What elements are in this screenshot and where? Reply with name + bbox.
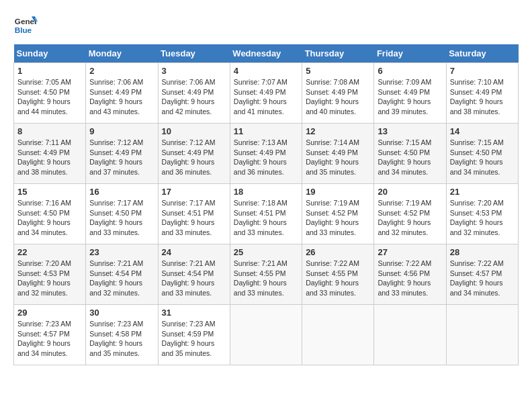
calendar-cell: 15Sunrise: 7:16 AMSunset: 4:50 PMDayligh…	[14, 184, 86, 244]
calendar-cell	[302, 305, 374, 365]
day-info: Sunrise: 7:08 AMSunset: 4:49 PMDaylight:…	[306, 77, 370, 117]
day-info: Sunrise: 7:12 AMSunset: 4:49 PMDaylight:…	[162, 138, 226, 177]
day-number: 4	[234, 66, 298, 76]
calendar-cell: 2Sunrise: 7:06 AMSunset: 4:49 PMDaylight…	[86, 63, 158, 124]
calendar-cell: 13Sunrise: 7:15 AMSunset: 4:50 PMDayligh…	[374, 124, 446, 184]
day-info: Sunrise: 7:09 AMSunset: 4:49 PMDaylight:…	[378, 77, 442, 117]
day-number: 6	[378, 66, 442, 76]
day-number: 17	[162, 187, 226, 197]
calendar-cell: 10Sunrise: 7:12 AMSunset: 4:49 PMDayligh…	[158, 124, 230, 184]
day-header-thursday: Thursday	[302, 44, 374, 63]
week-row-4: 22Sunrise: 7:20 AMSunset: 4:53 PMDayligh…	[14, 244, 519, 305]
day-number: 21	[450, 187, 515, 197]
day-info: Sunrise: 7:23 AMSunset: 4:59 PMDaylight:…	[162, 319, 226, 359]
day-number: 9	[89, 126, 154, 136]
day-number: 15	[17, 187, 82, 197]
day-number: 7	[450, 66, 515, 76]
day-info: Sunrise: 7:13 AMSunset: 4:49 PMDaylight:…	[234, 138, 298, 177]
day-info: Sunrise: 7:19 AMSunset: 4:52 PMDaylight:…	[378, 198, 442, 238]
day-number: 13	[378, 126, 442, 136]
day-number: 23	[89, 247, 154, 257]
day-info: Sunrise: 7:14 AMSunset: 4:49 PMDaylight:…	[306, 138, 370, 177]
day-info: Sunrise: 7:22 AMSunset: 4:56 PMDaylight:…	[378, 259, 442, 298]
calendar-cell	[374, 305, 446, 365]
day-info: Sunrise: 7:22 AMSunset: 4:57 PMDaylight:…	[450, 259, 515, 298]
day-number: 28	[450, 247, 515, 257]
week-row-3: 15Sunrise: 7:16 AMSunset: 4:50 PMDayligh…	[14, 184, 519, 244]
week-row-5: 29Sunrise: 7:23 AMSunset: 4:57 PMDayligh…	[14, 305, 519, 365]
day-info: Sunrise: 7:21 AMSunset: 4:54 PMDaylight:…	[162, 259, 226, 298]
logo: General Blue	[13, 13, 38, 38]
day-number: 31	[162, 308, 226, 318]
calendar-cell: 30Sunrise: 7:23 AMSunset: 4:58 PMDayligh…	[86, 305, 158, 365]
day-info: Sunrise: 7:20 AMSunset: 4:53 PMDaylight:…	[450, 198, 515, 238]
day-info: Sunrise: 7:19 AMSunset: 4:52 PMDaylight:…	[306, 198, 370, 238]
day-number: 16	[89, 187, 154, 197]
day-info: Sunrise: 7:06 AMSunset: 4:49 PMDaylight:…	[89, 77, 154, 117]
day-info: Sunrise: 7:20 AMSunset: 4:53 PMDaylight:…	[17, 259, 82, 298]
calendar-cell: 26Sunrise: 7:22 AMSunset: 4:55 PMDayligh…	[302, 244, 374, 305]
day-info: Sunrise: 7:11 AMSunset: 4:49 PMDaylight:…	[17, 138, 82, 177]
day-number: 14	[450, 126, 515, 136]
calendar-cell: 22Sunrise: 7:20 AMSunset: 4:53 PMDayligh…	[14, 244, 86, 305]
calendar-cell: 25Sunrise: 7:21 AMSunset: 4:55 PMDayligh…	[230, 244, 302, 305]
day-number: 12	[306, 126, 370, 136]
calendar-cell: 19Sunrise: 7:19 AMSunset: 4:52 PMDayligh…	[302, 184, 374, 244]
day-number: 2	[89, 66, 154, 76]
day-info: Sunrise: 7:10 AMSunset: 4:49 PMDaylight:…	[450, 77, 515, 117]
calendar-cell: 14Sunrise: 7:15 AMSunset: 4:50 PMDayligh…	[446, 124, 518, 184]
day-number: 25	[234, 247, 298, 257]
day-number: 26	[306, 247, 370, 257]
calendar-cell	[230, 305, 302, 365]
day-number: 29	[17, 308, 82, 318]
day-number: 11	[234, 126, 298, 136]
day-info: Sunrise: 7:16 AMSunset: 4:50 PMDaylight:…	[17, 198, 82, 238]
calendar-cell: 20Sunrise: 7:19 AMSunset: 4:52 PMDayligh…	[374, 184, 446, 244]
calendar-cell: 4Sunrise: 7:07 AMSunset: 4:49 PMDaylight…	[230, 63, 302, 124]
calendar-cell: 21Sunrise: 7:20 AMSunset: 4:53 PMDayligh…	[446, 184, 518, 244]
calendar-cell: 28Sunrise: 7:22 AMSunset: 4:57 PMDayligh…	[446, 244, 518, 305]
day-info: Sunrise: 7:05 AMSunset: 4:50 PMDaylight:…	[17, 77, 82, 117]
day-info: Sunrise: 7:18 AMSunset: 4:51 PMDaylight:…	[234, 198, 298, 238]
day-number: 8	[17, 126, 82, 136]
calendar-cell: 1Sunrise: 7:05 AMSunset: 4:50 PMDaylight…	[14, 63, 86, 124]
day-number: 24	[162, 247, 226, 257]
day-info: Sunrise: 7:15 AMSunset: 4:50 PMDaylight:…	[378, 138, 442, 177]
day-info: Sunrise: 7:06 AMSunset: 4:49 PMDaylight:…	[162, 77, 226, 117]
calendar-cell: 6Sunrise: 7:09 AMSunset: 4:49 PMDaylight…	[374, 63, 446, 124]
day-info: Sunrise: 7:23 AMSunset: 4:57 PMDaylight:…	[17, 319, 82, 359]
calendar-cell: 31Sunrise: 7:23 AMSunset: 4:59 PMDayligh…	[158, 305, 230, 365]
svg-text:Blue: Blue	[15, 26, 32, 34]
day-number: 18	[234, 187, 298, 197]
calendar-cell: 11Sunrise: 7:13 AMSunset: 4:49 PMDayligh…	[230, 124, 302, 184]
calendar-cell	[446, 305, 518, 365]
day-number: 27	[378, 247, 442, 257]
calendar-cell: 16Sunrise: 7:17 AMSunset: 4:50 PMDayligh…	[86, 184, 158, 244]
day-info: Sunrise: 7:15 AMSunset: 4:50 PMDaylight:…	[450, 138, 515, 177]
calendar-cell: 27Sunrise: 7:22 AMSunset: 4:56 PMDayligh…	[374, 244, 446, 305]
day-header-wednesday: Wednesday	[230, 44, 302, 63]
logo-icon: General Blue	[13, 13, 38, 38]
day-info: Sunrise: 7:21 AMSunset: 4:54 PMDaylight:…	[89, 259, 154, 298]
page-header: General Blue	[13, 13, 519, 38]
day-info: Sunrise: 7:23 AMSunset: 4:58 PMDaylight:…	[89, 319, 154, 359]
day-info: Sunrise: 7:17 AMSunset: 4:50 PMDaylight:…	[89, 198, 154, 238]
day-info: Sunrise: 7:07 AMSunset: 4:49 PMDaylight:…	[234, 77, 298, 117]
day-header-saturday: Saturday	[446, 44, 518, 63]
week-row-1: 1Sunrise: 7:05 AMSunset: 4:50 PMDaylight…	[14, 63, 519, 124]
day-number: 10	[162, 126, 226, 136]
day-info: Sunrise: 7:12 AMSunset: 4:49 PMDaylight:…	[89, 138, 154, 177]
day-header-sunday: Sunday	[14, 44, 86, 63]
calendar-cell: 17Sunrise: 7:17 AMSunset: 4:51 PMDayligh…	[158, 184, 230, 244]
day-info: Sunrise: 7:21 AMSunset: 4:55 PMDaylight:…	[234, 259, 298, 298]
day-header-friday: Friday	[374, 44, 446, 63]
calendar-cell: 18Sunrise: 7:18 AMSunset: 4:51 PMDayligh…	[230, 184, 302, 244]
calendar-cell: 5Sunrise: 7:08 AMSunset: 4:49 PMDaylight…	[302, 63, 374, 124]
header-row: SundayMondayTuesdayWednesdayThursdayFrid…	[14, 44, 519, 63]
calendar-cell: 29Sunrise: 7:23 AMSunset: 4:57 PMDayligh…	[14, 305, 86, 365]
day-number: 22	[17, 247, 82, 257]
calendar-cell: 3Sunrise: 7:06 AMSunset: 4:49 PMDaylight…	[158, 63, 230, 124]
day-header-tuesday: Tuesday	[158, 44, 230, 63]
day-number: 20	[378, 187, 442, 197]
week-row-2: 8Sunrise: 7:11 AMSunset: 4:49 PMDaylight…	[14, 124, 519, 184]
